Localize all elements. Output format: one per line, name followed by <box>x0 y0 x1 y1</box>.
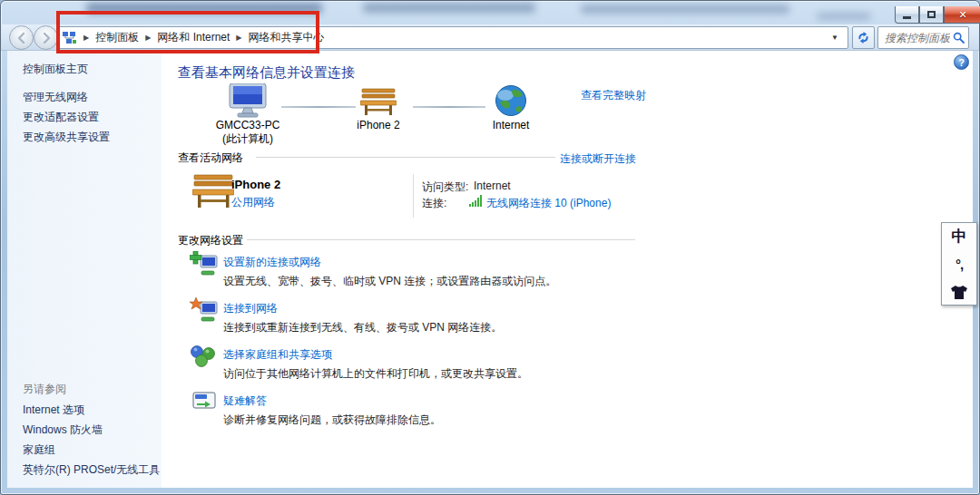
sidebar-item-internet-options[interactable]: Internet 选项 <box>23 403 84 418</box>
breadcrumb-separator-icon[interactable]: ▶ <box>236 34 241 42</box>
active-network-name: iPhone 2 <box>231 178 280 191</box>
bench-icon[interactable] <box>360 87 397 118</box>
network-type-link[interactable]: 公用网络 <box>231 195 275 210</box>
window-controls: ✕ <box>895 6 980 24</box>
sidebar-item-advanced-sharing[interactable]: 更改高级共享设置 <box>23 130 110 145</box>
ime-chinese-mode-button[interactable]: 中 <box>952 228 967 244</box>
map-node-label: iPhone 2 <box>328 119 428 131</box>
titlebar-blur-smudge <box>86 3 322 14</box>
maximize-icon <box>927 11 936 18</box>
connect-to-network-icon[interactable] <box>190 297 219 323</box>
close-icon: ✕ <box>958 9 966 21</box>
sidebar-item-manage-wireless[interactable]: 管理无线网络 <box>23 90 88 105</box>
page-title: 查看基本网络信息并设置连接 <box>178 64 355 82</box>
refresh-icon <box>857 31 870 44</box>
forward-button[interactable] <box>34 25 58 50</box>
minimize-button[interactable] <box>895 6 919 24</box>
breadcrumb-separator-icon[interactable]: ▶ <box>145 34 151 42</box>
troubleshoot-link[interactable]: 疑难解答 <box>223 393 267 409</box>
connect-to-network-link[interactable]: 连接到网络 <box>223 301 278 316</box>
public-network-bench-icon[interactable] <box>192 172 234 210</box>
connection-label: 连接: <box>422 196 446 211</box>
map-node-label: Internet <box>461 119 561 131</box>
access-type-label: 访问类型: <box>422 180 468 195</box>
ime-skin-shirt-icon[interactable] <box>951 286 967 299</box>
setup-new-connection-desc: 设置无线、宽带、拨号、临时或 VPN 连接；或设置路由器或访问点。 <box>223 274 556 289</box>
internet-globe-icon[interactable] <box>495 84 527 117</box>
sidebar-item-control-panel-home[interactable]: 控制面板主页 <box>23 62 88 77</box>
breadcrumb: ▶ 控制面板 ▶ 网络和 Internet ▶ 网络和共享中心 <box>63 30 325 45</box>
new-connection-icon[interactable] <box>190 251 219 277</box>
search-input[interactable] <box>885 32 950 44</box>
section-rule <box>256 157 555 158</box>
search-box <box>877 26 969 49</box>
titlebar-blur-smudge <box>817 13 871 20</box>
breadcrumb-item-network-sharing-center[interactable]: 网络和共享中心 <box>249 30 325 45</box>
ime-language-bar: 中 °, <box>941 222 977 306</box>
computer-icon[interactable] <box>225 83 270 120</box>
breadcrumb-separator-icon[interactable]: ▶ <box>83 34 89 42</box>
map-connector-line <box>413 106 485 108</box>
network-site-icon <box>63 32 77 44</box>
homegroup-sharing-link[interactable]: 选择家庭组和共享选项 <box>223 347 332 363</box>
map-node-sublabel: (此计算机) <box>198 131 298 147</box>
map-node-label: GMCC33-PC <box>198 119 298 131</box>
help-button[interactable]: ? <box>954 54 969 70</box>
minimize-icon <box>903 16 911 19</box>
screenshot-root: ✕ ▶ 控制面板 ▶ 网络和 Internet ▶ 网络和共享中心 <box>0 0 980 495</box>
search-icon[interactable] <box>953 32 965 44</box>
back-button[interactable] <box>9 25 34 50</box>
address-dropdown-icon[interactable]: ▼ <box>828 34 842 42</box>
troubleshoot-desc: 诊断并修复网络问题，或获得故障排除信息。 <box>223 412 441 428</box>
breadcrumb-item-control-panel[interactable]: 控制面板 <box>95 30 139 45</box>
wireless-signal-icon <box>469 195 483 207</box>
see-full-map-link[interactable]: 查看完整映射 <box>581 88 646 103</box>
address-bar[interactable]: ▶ 控制面板 ▶ 网络和 Internet ▶ 网络和共享中心 ▼ <box>56 26 848 49</box>
homegroup-sharing-desc: 访问位于其他网络计算机上的文件和打印机，或更改共享设置。 <box>223 366 528 382</box>
setup-new-connection-link[interactable]: 设置新的连接或网络 <box>223 255 321 270</box>
maximize-button[interactable] <box>919 6 944 24</box>
sidebar-item-homegroup[interactable]: 家庭组 <box>23 442 55 458</box>
troubleshoot-icon[interactable] <box>192 392 216 412</box>
close-button[interactable]: ✕ <box>944 6 980 24</box>
access-type-value: Internet <box>474 180 511 192</box>
refresh-button[interactable] <box>852 26 875 49</box>
titlebar-blur-smudge <box>363 3 535 13</box>
active-networks-header: 查看活动网络 <box>178 150 243 166</box>
sidebar-item-windows-firewall[interactable]: Windows 防火墙 <box>23 422 103 438</box>
map-connector-line <box>281 106 356 108</box>
breadcrumb-item-network-internet[interactable]: 网络和 Internet <box>157 30 230 45</box>
help-icon: ? <box>958 57 965 68</box>
back-arrow-icon <box>15 32 28 44</box>
network-settings-header: 更改网络设置 <box>178 233 243 248</box>
homegroup-icon[interactable] <box>190 344 217 369</box>
section-rule <box>247 239 635 240</box>
sidebar-item-change-adapter[interactable]: 更改适配器设置 <box>23 110 99 125</box>
sidebar-see-also-header: 另请参阅 <box>23 382 66 397</box>
ime-punctuation-button[interactable]: °, <box>956 258 963 271</box>
connect-to-network-desc: 连接到或重新连接到无线、有线、拨号或 VPN 网络连接。 <box>223 320 502 335</box>
wireless-connection-link[interactable]: 无线网络连接 10 (iPhone) <box>486 196 611 211</box>
connect-disconnect-link[interactable]: 连接或断开连接 <box>560 151 636 167</box>
active-network-divider <box>413 174 414 218</box>
sidebar-item-intel-proset[interactable]: 英特尔(R) PROSet/无线工具 <box>23 462 160 478</box>
forward-arrow-icon <box>40 32 53 44</box>
titlebar-blur-smudge <box>581 5 789 14</box>
